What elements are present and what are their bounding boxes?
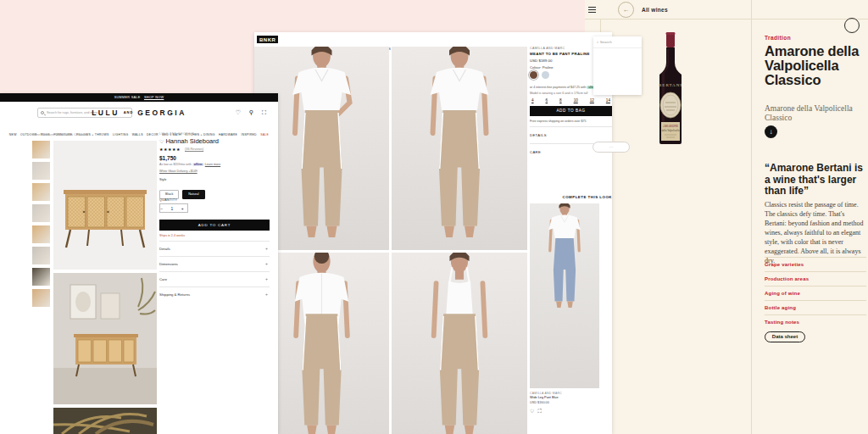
product-brand[interactable]: CAMILLA AND MARC: [530, 47, 565, 50]
search-dropdown-panel: ⌕ Search: [593, 36, 642, 95]
data-sheet-button[interactable]: Data sheet: [765, 331, 805, 342]
shipping-note: Free express shipping on orders over $75: [530, 120, 587, 123]
lulu-nav-item-6[interactable]: WALLS: [132, 133, 143, 136]
delivery-link[interactable]: White Glove Delivery +$149: [159, 170, 198, 173]
wine-quote: “Amarone Bertani is a wine that's larger…: [765, 163, 868, 198]
product-eyebrow[interactable]: LULU AND GEORGIA: [159, 132, 194, 136]
style-label: Style: [159, 178, 166, 181]
header-icons[interactable]: ♡ ⚲ ⛶: [236, 109, 270, 116]
affirm-badge: affirm: [192, 163, 204, 166]
thumbnail-0[interactable]: [32, 141, 50, 159]
fashion-logo[interactable]: BNKR: [257, 36, 278, 43]
lulu-window: SUMMER SALE SHOP NOW Search for rugs, fu…: [0, 93, 278, 434]
wine-links-list: Grape varietiesProduction areasAging of …: [765, 257, 866, 329]
accordion-row-1[interactable]: Dimensions: [159, 256, 270, 271]
style-option-0[interactable]: Black: [159, 190, 179, 199]
lulu-nav-item-12[interactable]: SALE: [260, 133, 269, 136]
lifestyle-image[interactable]: [53, 273, 157, 404]
size-option-5[interactable]: 14: [604, 98, 612, 103]
banner-link[interactable]: SHOP NOW: [144, 96, 164, 99]
swatch-praline[interactable]: [530, 71, 537, 79]
plant-image[interactable]: [53, 408, 157, 434]
divider: [751, 0, 752, 434]
product-title: ♡Hannah Sideboard: [159, 137, 219, 145]
size-option-0[interactable]: 4: [530, 98, 536, 103]
lulu-nav-item-11[interactable]: INSPIRED: [241, 133, 256, 136]
breadcrumb[interactable]: Home / Furniture / Sideboards + Credenza…: [32, 133, 88, 136]
add-to-bag-button[interactable]: ADD TO BAG: [530, 106, 612, 116]
size-option-4[interactable]: 12: [588, 98, 596, 103]
zoom-pill[interactable]: ···: [593, 142, 630, 153]
accordion-row-3[interactable]: Shipping & Returns: [159, 287, 270, 302]
svg-text:BERTANI: BERTANI: [659, 83, 682, 87]
thumbnail-rail: [32, 141, 50, 310]
hamburger-menu-icon[interactable]: [588, 5, 596, 14]
wine-link-4[interactable]: Tasting notes: [765, 314, 866, 329]
main-product-image[interactable]: [53, 141, 157, 270]
wine-bottle-image: BERTANI AMARONE della Valpolicella: [644, 31, 697, 146]
wine-paragraph: Classics resist the passage of time. The…: [765, 200, 865, 265]
divider: [585, 19, 868, 19]
look-product-image[interactable]: [530, 203, 599, 388]
thumbnail-7[interactable]: [32, 289, 50, 307]
fashion-window: BNKR NEWBEST SELLERSSHOP ALLDRESSESTOPSB…: [254, 32, 612, 434]
wishlist-heart-icon[interactable]: ♡: [530, 409, 537, 414]
back-button[interactable]: ←: [618, 2, 634, 18]
thumbnail-1[interactable]: [32, 162, 50, 180]
thumbnail-2[interactable]: [32, 183, 50, 201]
add-to-cart-button[interactable]: ADD TO CART: [159, 220, 270, 231]
colour-label: Colour: Praline: [530, 65, 554, 70]
style-option-1[interactable]: Natural: [182, 190, 204, 199]
product-photo-camisole[interactable]: [392, 253, 527, 434]
model-note: Model is wearing a size 6 and is 176cm t…: [530, 92, 587, 95]
promo-banner[interactable]: SUMMER SALE SHOP NOW: [0, 93, 278, 102]
ship-note: Ships in 2-4 weeks: [159, 234, 185, 237]
wine-link-3[interactable]: Bottle aging: [765, 300, 866, 314]
wine-link-0[interactable]: Grape varieties: [765, 257, 866, 271]
look-price: USD $160.00: [530, 401, 549, 404]
size-option-1[interactable]: 6: [544, 98, 550, 103]
lulu-nav-item-10[interactable]: HARDWARE: [219, 133, 237, 136]
swatch-blue[interactable]: [542, 71, 549, 79]
complete-look-heading: COMPLETE THIS LOOK: [530, 195, 612, 199]
wine-link-2[interactable]: Aging of wine: [765, 286, 866, 300]
lulu-nav-item-0[interactable]: NEW: [9, 133, 17, 136]
wine-subtitle: Amarone della Valpolicella Classico: [765, 104, 863, 123]
look-name[interactable]: Wide Leg Pant Blue: [530, 396, 559, 399]
look-actions: ♡⛶: [530, 408, 545, 415]
reviews-link[interactable]: (36 Reviews): [185, 147, 203, 151]
search-placeholder: Search: [600, 40, 612, 44]
add-bag-icon[interactable]: ⛶: [537, 409, 544, 414]
thumbnail-4[interactable]: [32, 225, 50, 243]
all-wines-link[interactable]: All wines: [642, 7, 668, 13]
product-price: $1,750: [159, 155, 176, 161]
style-options: BlackNatural: [159, 183, 209, 199]
wishlist-heart-icon[interactable]: ♡: [159, 139, 164, 144]
badge-circle-icon: [844, 18, 860, 33]
scroll-down-button[interactable]: ↓: [765, 125, 777, 138]
lulu-nav: NEWOUTDOORRUGSFURNITUREPILLOWS + THROWSL…: [0, 124, 278, 139]
thumbnail-6[interactable]: [32, 268, 50, 286]
size-option-2[interactable]: 8: [558, 98, 564, 103]
search-input[interactable]: ⌕ Search: [593, 36, 642, 48]
lulu-nav-item-5[interactable]: LIGHTING: [113, 133, 128, 136]
size-option-3[interactable]: 10: [572, 98, 580, 103]
thumbnail-3[interactable]: [32, 204, 50, 222]
accordion-row-0[interactable]: DETAILS: [530, 126, 612, 143]
affirm-line: As low as $159/mo with affirm Learn more: [159, 163, 220, 166]
size-selector: 468101214: [530, 98, 612, 103]
product-photo-front[interactable]: [392, 47, 527, 250]
affirm-learn-more[interactable]: Learn more: [205, 163, 220, 166]
quantity-label: QUANTITY: [159, 198, 177, 202]
accordion-row-0[interactable]: Details: [159, 241, 270, 256]
accordion-row-2[interactable]: Care: [159, 271, 270, 287]
quantity-stepper[interactable]: − 1 +: [159, 203, 188, 213]
thumbnail-5[interactable]: [32, 247, 50, 264]
lulu-nav-item-7[interactable]: DECOR: [147, 133, 159, 136]
star-rating: ★★★★★: [159, 147, 181, 152]
afterpay-text: or 4 interest-free payments of $47.25 wi…: [530, 86, 586, 89]
lulu-accordions: DetailsDimensionsCareShipping & Returns: [159, 241, 270, 302]
wine-link-1[interactable]: Production areas: [765, 271, 866, 286]
bottle-label-title: AMARONE: [663, 125, 679, 128]
product-price: USD $189.00: [530, 58, 552, 63]
